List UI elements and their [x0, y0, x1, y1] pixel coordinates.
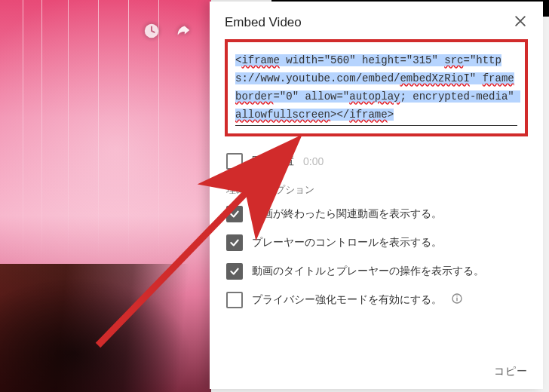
- share-icon[interactable]: [175, 23, 192, 42]
- embed-options-title: 埋め込みオプション: [226, 183, 528, 197]
- option-label: プレーヤーのコントロールを表示する。: [252, 236, 442, 250]
- close-button[interactable]: [513, 14, 528, 32]
- option-checkbox[interactable]: [226, 206, 243, 222]
- start-at-label: 開始位置: [252, 155, 294, 168]
- svg-rect-3: [456, 296, 457, 296]
- video-preview: [0, 0, 211, 392]
- embed-option-row[interactable]: プレーヤーのコントロールを表示する。: [225, 228, 528, 257]
- start-at-row[interactable]: 開始位置 0:00: [225, 147, 528, 176]
- embed-option-row[interactable]: 動画のタイトルとプレーヤーの操作を表示する。: [225, 257, 528, 286]
- embed-video-modal: Embed Video <iframe width="560" height="…: [210, 2, 543, 389]
- svg-rect-2: [456, 298, 457, 302]
- option-label: 動画が終わったら関連動画を表示する。: [252, 207, 442, 221]
- info-icon[interactable]: [451, 292, 463, 308]
- copy-button[interactable]: コピー: [494, 365, 528, 378]
- modal-title: Embed Video: [225, 15, 302, 30]
- option-label: 動画のタイトルとプレーヤーの操作を表示する。: [252, 265, 484, 278]
- embed-code-highlight: <iframe width="560" height="315" src="ht…: [225, 39, 528, 136]
- option-checkbox[interactable]: [226, 292, 243, 308]
- start-at-checkbox[interactable]: [226, 153, 243, 170]
- embed-option-row[interactable]: プライバシー強化モードを有効にする。: [225, 286, 528, 314]
- option-checkbox[interactable]: [226, 234, 243, 251]
- start-at-time[interactable]: 0:00: [303, 155, 324, 167]
- option-label: プライバシー強化モードを有効にする。: [252, 293, 442, 307]
- watch-later-icon[interactable]: [143, 23, 160, 42]
- embed-option-row[interactable]: 動画が終わったら関連動画を表示する。: [225, 200, 528, 228]
- embed-code-textarea[interactable]: <iframe width="560" height="315" src="ht…: [235, 51, 517, 126]
- option-checkbox[interactable]: [226, 263, 243, 280]
